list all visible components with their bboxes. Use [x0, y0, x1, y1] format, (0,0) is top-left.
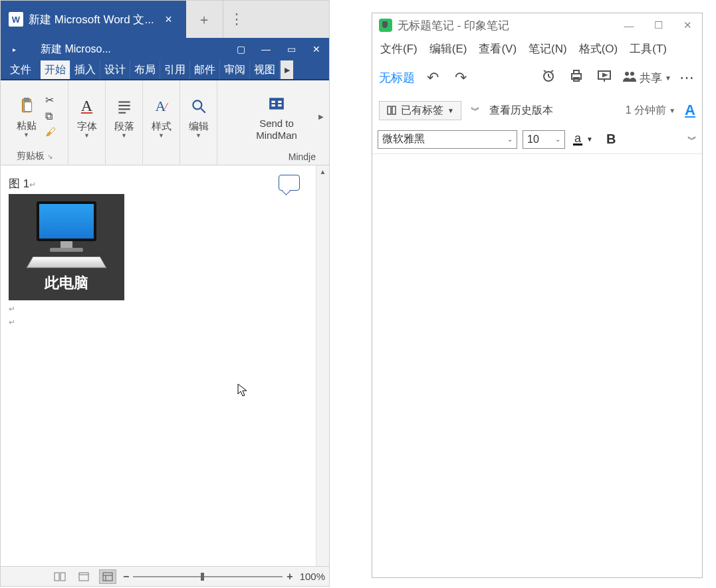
paragraph-label: 段落 — [114, 120, 134, 132]
maximize-button[interactable]: ☐ — [644, 19, 673, 31]
reminder-icon[interactable] — [538, 68, 558, 88]
menu-note[interactable]: 笔记(N) — [529, 41, 567, 56]
status-bar: − + 100% — [1, 566, 329, 586]
comment-icon[interactable] — [279, 175, 300, 191]
undo-icon[interactable]: ↶ — [423, 69, 443, 86]
copy-icon[interactable]: ⧉ — [45, 110, 56, 122]
svg-rect-34 — [388, 106, 391, 114]
note-editor[interactable] — [372, 154, 702, 577]
paragraph-mark-icon: ↵ — [29, 180, 36, 189]
svg-rect-16 — [79, 573, 88, 581]
chevron-down-icon: ▼ — [121, 132, 127, 139]
close-tab-icon[interactable]: × — [160, 13, 178, 27]
ribbon-tab-design[interactable]: 设计 — [100, 60, 130, 79]
new-tab-button[interactable]: ＋ — [186, 1, 223, 38]
styles-icon: A⁄ — [150, 95, 173, 118]
bold-button[interactable]: B — [601, 132, 621, 147]
tags-button[interactable]: 已有标签 ▼ — [379, 101, 461, 120]
paragraph-button[interactable]: 段落 ▼ — [110, 92, 139, 142]
editing-button[interactable]: 编辑 ▼ — [184, 92, 213, 142]
close-button[interactable]: ✕ — [304, 44, 329, 54]
tab-overflow-icon[interactable]: ⋮ — [223, 11, 250, 28]
people-icon — [622, 70, 637, 86]
font-family-select[interactable]: 微软雅黑 ⌄ — [378, 130, 517, 149]
minimize-button[interactable]: — — [614, 20, 644, 31]
menu-tools[interactable]: 工具(T) — [630, 41, 667, 56]
zoom-out-button[interactable]: − — [123, 571, 129, 583]
search-icon — [187, 95, 210, 118]
zoom-level[interactable]: 100% — [300, 571, 325, 582]
menu-edit[interactable]: 编辑(E) — [429, 41, 467, 56]
font-button[interactable]: A 字体 ▼ — [72, 92, 102, 142]
zoom-track[interactable] — [133, 576, 283, 577]
note-title-field[interactable]: 无标题 — [379, 70, 415, 86]
ribbon-options-icon[interactable]: ▢ — [228, 44, 253, 54]
browser-tabbar: W 新建 Microsoft Word 文... × ＋ ⋮ — [1, 1, 329, 38]
ribbon-tab-file[interactable]: 文件 — [1, 60, 41, 79]
menu-file[interactable]: 文件(F) — [380, 41, 418, 56]
document-page[interactable]: 图 1↵ 此电脑 ↵ ↵ — [1, 165, 316, 566]
ribbon-scroll-icon[interactable]: ▶ — [318, 113, 324, 120]
zoom-slider[interactable]: − + — [123, 571, 293, 583]
maximize-button[interactable]: ▭ — [279, 44, 304, 54]
cut-icon[interactable]: ✂ — [45, 94, 56, 106]
font-icon: A — [76, 95, 98, 118]
paragraph-mark-icon: ↵ — [9, 318, 308, 327]
menu-view[interactable]: 查看(V) — [479, 41, 517, 56]
word-document-tab[interactable]: W 新建 Microsoft Word 文... × — [1, 1, 186, 38]
clipboard-side-buttons: ✂ ⧉ 🖌 — [44, 91, 57, 141]
view-history-button[interactable]: 查看历史版本 — [489, 104, 616, 118]
dialog-launcher-icon[interactable]: ↘ — [47, 153, 53, 160]
svg-point-33 — [630, 72, 634, 76]
print-layout-icon[interactable] — [75, 569, 92, 584]
zoom-in-button[interactable]: + — [287, 571, 293, 583]
font-color-button[interactable]: a ▼ — [570, 133, 596, 146]
svg-rect-12 — [271, 104, 275, 106]
svg-rect-9 — [269, 98, 284, 109]
font-size-select[interactable]: 10 ⌄ — [523, 130, 565, 149]
expand-down-icon[interactable]: ︾ — [687, 137, 697, 142]
share-button[interactable]: 共享 ▼ — [622, 70, 671, 86]
ribbon-tab-view[interactable]: 视图 — [250, 60, 280, 79]
vertical-scrollbar[interactable]: ▲ — [316, 165, 329, 566]
zoom-thumb[interactable] — [201, 573, 204, 581]
ribbon-tab-mailings[interactable]: 邮件 — [190, 60, 220, 79]
format-painter-icon[interactable]: 🖌 — [45, 126, 56, 138]
paste-label: 粘贴 — [17, 120, 37, 132]
svg-rect-27 — [574, 70, 579, 74]
close-button[interactable]: ✕ — [673, 19, 702, 31]
inserted-image[interactable]: 此电脑 — [9, 194, 124, 300]
evernote-logo-icon — [379, 19, 392, 32]
present-icon[interactable] — [594, 68, 614, 88]
print-icon[interactable] — [566, 68, 586, 88]
menu-format[interactable]: 格式(O) — [579, 41, 618, 56]
svg-rect-1 — [23, 98, 29, 101]
send-to-mindmanager-button[interactable]: Send to MindMan — [237, 90, 316, 144]
redo-icon[interactable]: ↷ — [451, 69, 471, 86]
ribbon-tab-home[interactable]: 开始 — [41, 60, 70, 79]
chevron-down-icon: ⌄ — [507, 136, 513, 143]
scroll-up-icon[interactable]: ▲ — [316, 165, 329, 179]
ribbon-scroll-right-icon[interactable]: ▶ — [280, 60, 293, 79]
svg-rect-18 — [103, 573, 112, 581]
expand-down-icon[interactable]: ︾ — [471, 108, 480, 113]
chevron-down-icon: ▼ — [158, 132, 164, 139]
styles-button[interactable]: A⁄ 样式 ▼ — [147, 92, 176, 142]
chevron-down-icon: ▼ — [665, 74, 671, 82]
timestamp-button[interactable]: 1 分钟前▼ — [626, 104, 675, 118]
paste-button[interactable]: 粘贴 ▼ — [12, 92, 41, 141]
ribbon-tab-review[interactable]: 审阅 — [220, 60, 250, 79]
read-mode-icon[interactable] — [51, 569, 68, 584]
font-color-icon: a — [573, 133, 582, 146]
ribbon-tab-references[interactable]: 引用 — [160, 60, 190, 79]
svg-line-25 — [551, 70, 553, 72]
minimize-button[interactable]: — — [253, 44, 279, 54]
text-style-icon[interactable]: A — [685, 102, 695, 119]
ribbon-tab-layout[interactable]: 布局 — [130, 60, 160, 79]
mindmanager-label: Send to MindMan — [239, 118, 314, 142]
document-area: 图 1↵ 此电脑 ↵ ↵ ▲ — [1, 165, 329, 566]
web-layout-icon[interactable] — [99, 569, 116, 584]
more-icon[interactable]: ⋯ — [679, 69, 695, 86]
quick-access-indicator[interactable]: ▸ — [1, 46, 27, 53]
ribbon-tab-insert[interactable]: 插入 — [70, 60, 100, 79]
